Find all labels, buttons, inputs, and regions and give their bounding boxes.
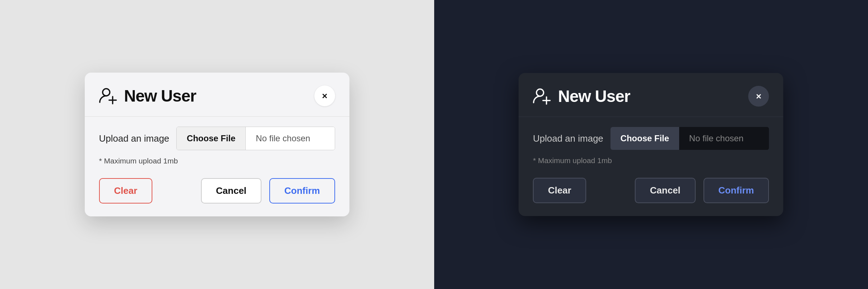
cancel-button-dark[interactable]: Cancel xyxy=(635,178,695,203)
close-button-dark[interactable]: × xyxy=(748,86,769,107)
user-plus-icon-dark xyxy=(533,87,551,106)
modal-header-dark: New User × xyxy=(533,86,769,107)
modal-footer-dark: Clear Cancel Confirm xyxy=(533,178,769,203)
light-panel: New User × Upload an image Choose File N… xyxy=(0,0,434,289)
modal-title-dark: New User xyxy=(558,87,748,106)
no-file-text-light: No file chosen xyxy=(246,127,334,150)
svg-point-3 xyxy=(536,89,544,96)
modal-header-light: New User × xyxy=(99,85,335,106)
max-size-note-light: * Maximum upload 1mb xyxy=(99,157,335,165)
file-input-wrapper-dark: Choose File No file chosen xyxy=(610,127,769,150)
upload-label-light: Upload an image xyxy=(99,133,170,144)
modal-title-light: New User xyxy=(124,86,314,106)
dark-panel: New User × Upload an image Choose File N… xyxy=(434,0,868,289)
user-plus-icon xyxy=(99,87,118,105)
modal-footer-light: Clear Cancel Confirm xyxy=(99,178,335,204)
clear-button-dark[interactable]: Clear xyxy=(533,178,586,203)
file-row-light: Upload an image Choose File No file chos… xyxy=(99,127,335,150)
divider-dark xyxy=(519,117,783,117)
cancel-button-light[interactable]: Cancel xyxy=(201,178,261,204)
divider-light xyxy=(85,116,349,117)
choose-file-button-light[interactable]: Choose File xyxy=(177,127,246,150)
modal-dark: New User × Upload an image Choose File N… xyxy=(519,73,783,216)
file-row-dark: Upload an image Choose File No file chos… xyxy=(533,127,769,150)
confirm-button-dark[interactable]: Confirm xyxy=(703,178,769,203)
no-file-text-dark: No file chosen xyxy=(679,127,769,150)
max-size-note-dark: * Maximum upload 1mb xyxy=(533,156,769,165)
confirm-button-light[interactable]: Confirm xyxy=(269,178,335,204)
choose-file-button-dark[interactable]: Choose File xyxy=(610,127,679,150)
file-input-wrapper-light: Choose File No file chosen xyxy=(176,127,335,150)
clear-button-light[interactable]: Clear xyxy=(99,178,152,204)
modal-light: New User × Upload an image Choose File N… xyxy=(85,73,349,216)
close-button-light[interactable]: × xyxy=(314,85,335,106)
svg-point-0 xyxy=(103,89,110,96)
upload-label-dark: Upload an image xyxy=(533,133,603,144)
